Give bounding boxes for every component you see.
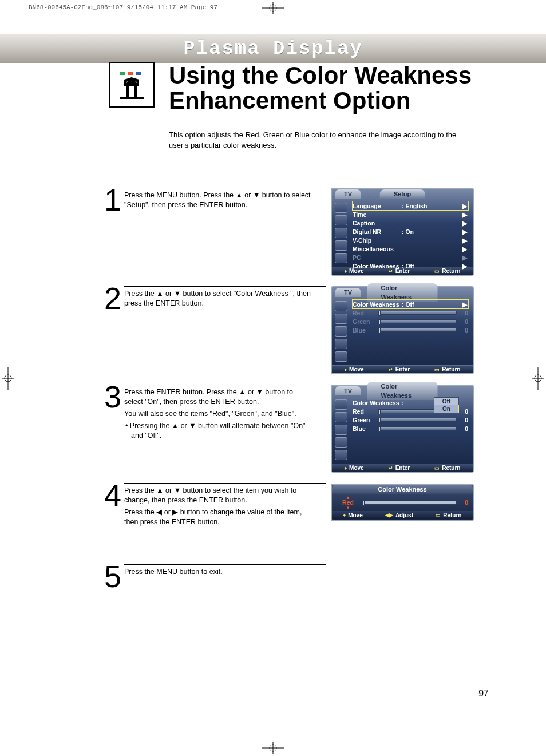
triangle-down-icon: ▼	[346, 505, 350, 510]
osd-row-colorweakness: Color Weakness : Off ▶	[353, 300, 468, 308]
osd-icon	[335, 412, 347, 422]
return-icon: ▭	[434, 465, 440, 471]
osd-rgb-row: Red0	[353, 308, 468, 317]
osd-icon	[335, 253, 347, 263]
osd-tab-tv: TV	[335, 386, 361, 395]
svg-rect-15	[120, 97, 144, 99]
slider-thumb	[378, 409, 381, 414]
osd-row-value: :	[402, 399, 436, 406]
osd-adjust-strip: Color Weakness ▲ Red ▼ 0 ♦Move ◀▶Adjust …	[331, 484, 474, 521]
rgb-value: 0	[459, 408, 468, 415]
page-title: Using the Color Weakness Enhancement Opt…	[169, 63, 478, 113]
osd-row: Miscellaneous▶	[353, 244, 468, 253]
return-icon: ▭	[436, 512, 441, 518]
step-bullet: • Pressing the ▲ or ▼ button will altern…	[124, 421, 313, 441]
osd-option-popup: Off On	[434, 397, 459, 413]
osd-row-label: PC	[353, 254, 402, 261]
step-text: Press the ENTER button. Press the ▲ or ▼…	[124, 387, 313, 407]
osd-tab-tv: TV	[335, 288, 361, 297]
foot-enter: Enter	[395, 465, 410, 471]
step-number: 3	[104, 385, 121, 409]
step-5: 5 Press the MENU button to exit.	[104, 564, 476, 577]
osd-row: PC▶	[353, 253, 468, 262]
step-text: Press the ▲ or ▼ button to select "Color…	[124, 289, 313, 308]
rgb-label: Red	[353, 408, 375, 415]
slider-thumb	[378, 418, 381, 423]
chevron-right-icon: ▶	[462, 211, 467, 218]
osd-row-label: Language	[353, 203, 402, 209]
rgb-value: 0	[459, 310, 468, 316]
osd-row-label: V-Chip	[353, 237, 402, 244]
osd-row: Language: English▶	[353, 201, 468, 210]
crop-mark-bottom	[262, 742, 284, 754]
popup-on: On	[434, 405, 458, 413]
osd-rgb-row: Green0	[353, 415, 468, 424]
step-text: You will also see the items "Red", "Gree…	[124, 409, 313, 419]
step-text: Press the MENU button. Press the ▲ or ▼ …	[124, 191, 313, 210]
osd-row: Caption▶	[353, 219, 468, 227]
osd-icon	[335, 240, 347, 251]
osd-menu: Color Weakness : Off ▶ Red0Green0Blue0	[350, 298, 473, 365]
foot-return: Return	[442, 465, 460, 471]
osd-row-label: Digital NR	[353, 228, 402, 235]
chevron-right-icon: ▶	[462, 228, 467, 235]
slider-thumb	[378, 328, 381, 333]
osd-slider	[378, 426, 457, 430]
osd-rgb-row: Blue0	[353, 326, 468, 334]
rgb-value: 0	[459, 327, 468, 334]
osd-slider	[378, 311, 457, 315]
osd-row-label: Color Weakness	[353, 301, 402, 308]
leftright-icon: ◀▶	[385, 512, 393, 518]
osd-slider	[362, 501, 457, 505]
osd-row: Time▶	[353, 210, 468, 219]
crop-mark-right	[532, 367, 544, 390]
enter-icon: ↵	[389, 465, 393, 471]
osd-icon	[335, 203, 347, 213]
updown-icon: ♦	[345, 367, 347, 373]
svg-rect-14	[136, 72, 141, 75]
osd-footer: ♦Move ↵Enter ▭Return	[332, 464, 473, 472]
osd-icon	[335, 425, 347, 435]
rgb-label: Blue	[353, 425, 375, 432]
step-number: 1	[104, 188, 121, 212]
rgb-label: Red	[353, 310, 375, 316]
osd-icon	[335, 437, 347, 448]
updown-icon: ♦	[345, 268, 347, 274]
rgb-label: Green	[353, 417, 375, 423]
osd-rgb-row: Blue0	[353, 424, 468, 433]
osd-adjust-label-text: Red	[342, 500, 354, 505]
svg-rect-12	[120, 72, 125, 75]
osd-setup: TV Setup Language: English▶Time▶Caption▶…	[331, 188, 474, 276]
osd-slider	[378, 328, 457, 332]
crop-mark-left	[2, 367, 14, 390]
foot-move: Move	[349, 465, 364, 471]
osd-row-value: : Off	[402, 263, 436, 270]
osd-icon	[335, 339, 347, 349]
osd-icon	[335, 228, 347, 238]
osd-menu: Color Weakness : Red0Green0Blue0 Off On	[350, 396, 473, 464]
chevron-right-icon: ▶	[462, 263, 467, 270]
osd-row: V-Chip▶	[353, 236, 468, 244]
step-number: 4	[104, 483, 121, 508]
foot-return: Return	[443, 512, 461, 518]
foot-enter: Enter	[395, 366, 410, 373]
slider-thumb	[378, 426, 381, 432]
osd-icon	[335, 215, 347, 225]
osd-row-label: Color Weakness	[353, 263, 402, 270]
slider-thumb	[378, 319, 381, 324]
crop-mark-top	[262, 2, 284, 14]
osd-row: Digital NR: On▶	[353, 227, 468, 236]
foot-move: Move	[348, 512, 363, 518]
osd-row-value: : Off	[402, 301, 436, 308]
osd-rgb-row: Green0	[353, 317, 468, 326]
banner-title: Plasma Display	[183, 39, 363, 58]
osd-icon	[335, 399, 347, 410]
osd-tab-title: Setup	[380, 189, 425, 199]
osd-row-value: : English	[402, 203, 436, 209]
osd-row-label: Caption	[353, 220, 402, 227]
step-text: Press the MENU button to exit.	[124, 567, 313, 577]
enter-icon: ↵	[389, 367, 393, 373]
step-text: Press the ▲ or ▼ button to select the it…	[124, 486, 313, 505]
osd-footer: ♦Move ↵Enter ▭Return	[332, 365, 473, 373]
osd-adjust-label: ▲ Red ▼	[337, 495, 359, 510]
